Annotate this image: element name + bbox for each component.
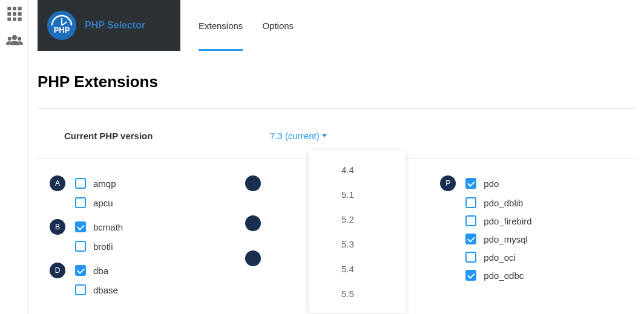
letter-badge: D — [50, 263, 65, 278]
checkbox[interactable] — [75, 265, 86, 276]
extension-row: dba — [75, 265, 108, 276]
group-head-p: P pdo — [440, 175, 636, 191]
svg-rect-2 — [18, 7, 21, 10]
version-option[interactable]: 5.4 — [309, 257, 406, 281]
extension-row: pdo_mysql — [465, 234, 636, 244]
checkbox[interactable] — [465, 178, 476, 189]
topbar: PHP PHP Selector Extensions Options — [29, 0, 644, 51]
main-area: PHP PHP Selector Extensions Options PHP … — [29, 0, 644, 314]
brand-block: PHP PHP Selector — [38, 0, 180, 51]
extension-label: dba — [93, 266, 108, 276]
extension-row: pdo_oci — [465, 252, 636, 263]
group-a: A amqp apcu — [50, 175, 245, 208]
letter-badge — [245, 215, 261, 231]
version-option[interactable]: 4.4 — [309, 157, 406, 182]
tab-extensions[interactable]: Extensions — [199, 21, 243, 51]
extension-row: apcu — [75, 197, 245, 208]
svg-rect-6 — [7, 18, 11, 21]
column-3: P pdo pdo_dblib — [440, 175, 636, 306]
divider — [38, 108, 636, 109]
group-b: B bcmath brotli — [50, 219, 245, 252]
version-option[interactable]: 5.5 — [309, 281, 406, 306]
extension-row: pdo_dblib — [465, 197, 636, 208]
checkbox[interactable] — [465, 252, 476, 263]
extension-label: apcu — [93, 198, 113, 208]
left-sidebar — [0, 0, 29, 314]
group-p: P pdo pdo_dblib — [440, 175, 636, 281]
extension-row: bcmath — [75, 221, 123, 232]
version-option[interactable]: 5.1 — [309, 182, 406, 207]
content: PHP Extensions Current PHP version 7.3 (… — [29, 73, 644, 306]
brand-title: PHP Selector — [85, 20, 145, 31]
checkbox[interactable] — [465, 270, 476, 281]
svg-rect-8 — [18, 18, 21, 21]
checkbox[interactable] — [465, 197, 476, 208]
svg-rect-3 — [7, 12, 11, 16]
version-dropdown: 4.4 5.1 5.2 5.3 5.4 5.5 — [309, 150, 406, 313]
extension-label: pdo_mysql — [484, 234, 528, 244]
version-selector[interactable]: 7.3 (current) — [270, 131, 327, 141]
extension-label: amqp — [93, 178, 116, 189]
svg-rect-4 — [13, 12, 16, 16]
svg-rect-7 — [13, 18, 16, 21]
checkbox[interactable] — [75, 178, 86, 189]
group-head-b: B bcmath — [50, 219, 245, 235]
page-title: PHP Extensions — [38, 73, 636, 91]
extension-label: dbase — [93, 285, 118, 295]
version-option[interactable]: 5.3 — [309, 232, 406, 257]
letter-badge: A — [50, 175, 65, 191]
extension-row: pdo_firebird — [465, 215, 636, 226]
extension-label: bcmath — [93, 222, 123, 232]
extension-label: brotli — [93, 241, 113, 252]
checkbox[interactable] — [75, 221, 86, 232]
extension-row: brotli — [75, 241, 245, 252]
column-1: A amqp apcu — [50, 175, 245, 306]
extension-label: pdo_odbc — [484, 270, 524, 281]
svg-rect-5 — [18, 12, 21, 16]
group-head-a: A amqp — [50, 175, 245, 191]
tabs: Extensions Options — [180, 0, 294, 51]
php-logo-icon: PHP — [47, 11, 76, 40]
checkbox[interactable] — [75, 241, 86, 252]
users-icon[interactable] — [5, 31, 24, 50]
extension-label: pdo_oci — [484, 252, 516, 263]
svg-point-10 — [7, 37, 11, 41]
tab-options[interactable]: Options — [262, 21, 294, 51]
caret-down-icon — [322, 134, 327, 137]
extension-label: pdo — [484, 178, 499, 189]
group-d: D dba dbase — [50, 263, 245, 295]
extension-label: pdo_firebird — [484, 216, 531, 226]
version-option[interactable]: 5.2 — [309, 207, 406, 232]
letter-badge — [245, 250, 261, 266]
letter-badge — [245, 175, 261, 191]
checkbox[interactable] — [465, 234, 476, 244]
letter-badge: P — [440, 175, 456, 191]
version-label: Current PHP version — [64, 131, 270, 141]
php-logo-text: PHP — [54, 25, 70, 34]
version-value-text: 7.3 (current) — [270, 131, 320, 141]
svg-point-9 — [12, 35, 17, 40]
extension-row: pdo — [465, 178, 499, 189]
apps-grid-icon[interactable] — [5, 5, 24, 23]
svg-rect-1 — [13, 7, 16, 10]
checkbox[interactable] — [465, 215, 476, 226]
checkbox[interactable] — [75, 284, 86, 295]
checkbox[interactable] — [75, 197, 86, 208]
group-head-d: D dba — [50, 263, 245, 278]
extension-row: pdo_odbc — [465, 270, 636, 281]
extension-row: dbase — [75, 284, 245, 295]
extension-row: amqp — [75, 178, 116, 189]
extension-label: pdo_dblib — [484, 198, 523, 208]
svg-rect-0 — [7, 7, 11, 10]
letter-badge: B — [50, 219, 65, 235]
svg-point-11 — [18, 37, 21, 41]
version-row: Current PHP version 7.3 (current) 4.4 5.… — [38, 126, 636, 158]
